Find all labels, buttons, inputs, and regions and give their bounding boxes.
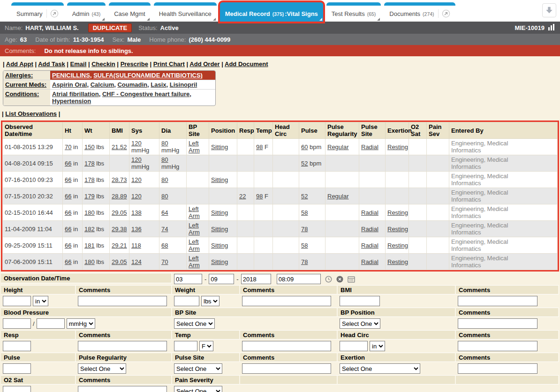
bmi-input[interactable] (340, 296, 380, 306)
clear-icon[interactable] (336, 276, 343, 283)
head-circ-comments-input[interactable] (458, 341, 537, 351)
obs-day-input[interactable] (209, 274, 234, 284)
pulse-site-select[interactable]: Select One (174, 363, 222, 374)
value-link[interactable]: Regular (327, 193, 349, 200)
value-link[interactable]: Resting (387, 226, 408, 233)
value-link[interactable]: 58 (301, 242, 308, 249)
tabs-overflow-button[interactable] (542, 3, 556, 17)
value-link[interactable]: 66 (65, 160, 71, 167)
resp-input[interactable] (3, 341, 31, 351)
summary-label-allergies[interactable]: Allergies: (3, 71, 50, 80)
value-link[interactable]: 178 (84, 160, 95, 167)
height-unit-select[interactable]: in (33, 296, 48, 306)
value-link[interactable]: 136 (131, 226, 142, 233)
value-link[interactable]: 64 (161, 209, 168, 216)
value-link[interactable]: Left Arm (189, 255, 200, 269)
value-link[interactable]: 80 (161, 140, 168, 147)
value-link[interactable]: 78 (301, 258, 308, 265)
value-link[interactable]: Radial (361, 143, 378, 151)
value-link[interactable]: 118 (131, 242, 141, 249)
value-link[interactable]: 80 (161, 176, 168, 183)
exertion-select[interactable]: Select One (340, 363, 420, 374)
value-link[interactable]: 138 (131, 209, 142, 216)
value-link[interactable]: 182 (84, 226, 95, 233)
conditions-item[interactable]: Hypertension (52, 98, 91, 105)
tab-case-mgmt[interactable]: Case Mgmt (109, 2, 150, 22)
value-link[interactable]: 21.52 (112, 143, 127, 151)
value-link[interactable]: Radial (361, 242, 378, 249)
height-input[interactable] (3, 296, 31, 306)
tab-documents[interactable]: Documents(274) (384, 2, 455, 22)
o2-sat-input[interactable] (3, 386, 31, 392)
exertion-comments-input[interactable] (458, 363, 537, 374)
value-link[interactable]: 52 (301, 193, 308, 200)
value-link[interactable]: 60 (301, 143, 308, 151)
value-link[interactable]: Resting (387, 143, 408, 151)
tab-summary[interactable]: Summary (11, 2, 64, 22)
value-link[interactable]: 29.38 (112, 226, 127, 233)
bp-position-select[interactable]: Select One (340, 318, 380, 329)
o2-sat-comments-input[interactable] (78, 386, 167, 392)
action-link-prescribe[interactable]: Prescribe (121, 60, 148, 68)
chart-icon[interactable] (548, 24, 555, 32)
calendar-icon[interactable] (348, 276, 355, 283)
value-link[interactable]: 29.05 (112, 209, 127, 216)
value-link[interactable]: 22 (239, 193, 246, 200)
pulse-input[interactable] (3, 363, 31, 374)
pain-severity-select[interactable]: Select One (174, 386, 222, 392)
bp-unit-select[interactable]: mmHg (67, 318, 95, 329)
action-link-add-document[interactable]: Add Document (225, 60, 268, 68)
weight-comments-input[interactable] (242, 296, 331, 306)
pulse-comments-input[interactable] (242, 363, 331, 374)
value-link[interactable]: 70 (65, 143, 71, 151)
allergies-item[interactable]: PENICILLINS (52, 72, 90, 79)
tab-test-results[interactable]: Test Results(65) (326, 2, 381, 22)
resp-comments-input[interactable] (78, 341, 167, 351)
pulse-regularity-select[interactable]: Select One (78, 363, 126, 374)
value-link[interactable]: 80 (161, 156, 168, 163)
summary-label-conditions[interactable]: Conditions: (3, 90, 50, 106)
conditions-item[interactable]: Atrial fibrillation (52, 90, 99, 98)
head-circ-unit-select[interactable]: in (370, 341, 385, 351)
duplicate-badge[interactable]: DUPLICATE (88, 23, 132, 32)
value-link[interactable]: Sitting (211, 226, 228, 233)
value-link[interactable]: Radial (361, 226, 378, 233)
tab-admin[interactable]: Admin(43) (67, 2, 106, 22)
value-link[interactable]: Resting (387, 242, 408, 249)
list-observations-link[interactable]: List Observations (5, 110, 57, 117)
value-link[interactable]: 124 (131, 258, 142, 265)
value-link[interactable]: 28.89 (112, 193, 127, 200)
value-link[interactable]: 66 (65, 258, 71, 265)
value-link[interactable]: 120 (131, 156, 142, 163)
value-link[interactable]: 120 (131, 140, 142, 147)
value-link[interactable]: Sitting (211, 209, 228, 216)
value-link[interactable]: Left Arm (189, 222, 200, 236)
external-link-icon[interactable] (46, 9, 59, 18)
bp-comments-input[interactable] (458, 318, 537, 329)
value-link[interactable]: 66 (65, 242, 71, 249)
action-link-add-order[interactable]: Add Order (189, 60, 219, 68)
value-link[interactable]: 181 (84, 242, 95, 249)
value-link[interactable]: 66 (65, 226, 71, 233)
value-link[interactable]: 66 (65, 176, 71, 183)
value-link[interactable]: 80 (161, 193, 168, 200)
bp-site-select[interactable]: Select One (174, 318, 215, 329)
action-link-checkin[interactable]: Checkin (91, 60, 115, 68)
value-link[interactable]: 68 (161, 242, 168, 249)
meds-item[interactable]: Lisinopril (170, 81, 197, 88)
value-link[interactable]: Left Arm (189, 205, 200, 219)
temp-unit-select[interactable]: F (199, 341, 213, 351)
action-link-add-appt[interactable]: Add Appt (6, 60, 33, 68)
bmi-comments-input[interactable] (458, 296, 537, 306)
value-link[interactable]: Radial (361, 258, 378, 265)
value-link[interactable]: 179 (84, 193, 95, 200)
action-link-email[interactable]: Email (70, 60, 87, 68)
allergies-item[interactable]: SULFA(SULFONAMIDE ANTIBIOTICS) (93, 72, 203, 79)
value-link[interactable]: Radial (361, 209, 378, 216)
value-link[interactable]: 180 (84, 209, 95, 216)
value-link[interactable]: Sitting (211, 176, 228, 183)
height-comments-input[interactable] (78, 296, 167, 306)
value-link[interactable]: 66 (65, 209, 71, 216)
value-link[interactable]: 28.73 (112, 176, 127, 183)
summary-label-meds[interactable]: Current Meds: (3, 80, 50, 89)
